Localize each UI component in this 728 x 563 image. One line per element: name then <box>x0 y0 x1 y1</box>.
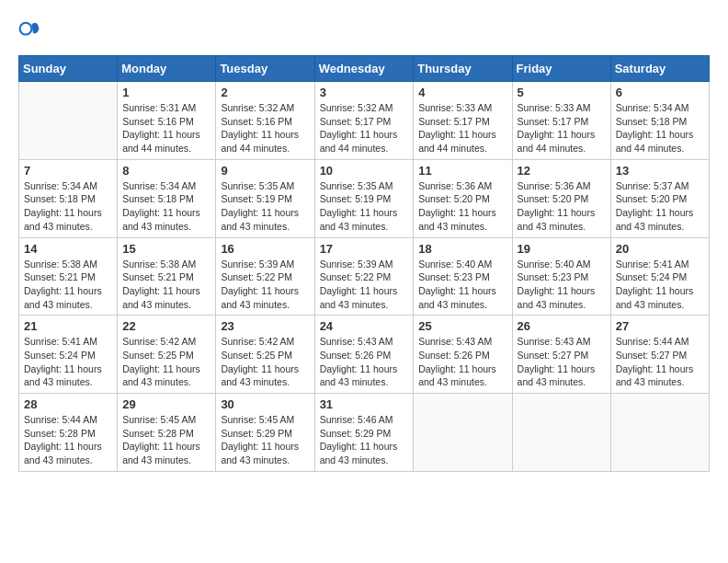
day-number: 10 <box>320 164 409 178</box>
calendar-day-cell <box>610 394 709 472</box>
calendar-week-row: 21Sunrise: 5:41 AMSunset: 5:24 PMDayligh… <box>19 316 710 394</box>
calendar-day-cell: 5Sunrise: 5:33 AMSunset: 5:17 PMDaylight… <box>512 82 610 160</box>
calendar-day-cell: 10Sunrise: 5:35 AMSunset: 5:19 PMDayligh… <box>314 159 414 237</box>
calendar-day-cell: 29Sunrise: 5:45 AMSunset: 5:28 PMDayligh… <box>118 394 216 472</box>
calendar-week-row: 14Sunrise: 5:38 AMSunset: 5:21 PMDayligh… <box>19 237 710 316</box>
day-info: Sunrise: 5:40 AMSunset: 5:23 PMDaylight:… <box>418 258 506 312</box>
day-number: 8 <box>122 164 210 178</box>
day-number: 2 <box>221 86 309 99</box>
calendar-header-tuesday: Tuesday <box>216 56 314 82</box>
day-number: 16 <box>221 242 309 256</box>
day-info: Sunrise: 5:40 AMSunset: 5:23 PMDaylight:… <box>518 258 606 312</box>
calendar-day-cell <box>19 82 118 160</box>
logo-icon <box>18 18 40 40</box>
calendar-day-cell: 2Sunrise: 5:32 AMSunset: 5:16 PMDaylight… <box>216 82 314 160</box>
calendar-header-row: SundayMondayTuesdayWednesdayThursdayFrid… <box>19 56 710 82</box>
calendar-header-monday: Monday <box>118 56 216 82</box>
calendar-day-cell: 24Sunrise: 5:43 AMSunset: 5:26 PMDayligh… <box>314 316 414 394</box>
calendar-day-cell: 26Sunrise: 5:43 AMSunset: 5:27 PMDayligh… <box>512 316 610 394</box>
day-info: Sunrise: 5:34 AMSunset: 5:18 PMDaylight:… <box>122 179 210 234</box>
calendar-week-row: 7Sunrise: 5:34 AMSunset: 5:18 PMDaylight… <box>19 159 710 237</box>
calendar-day-cell: 8Sunrise: 5:34 AMSunset: 5:18 PMDaylight… <box>118 159 216 237</box>
day-number: 28 <box>24 397 112 411</box>
day-number: 30 <box>221 397 309 411</box>
day-number: 17 <box>320 242 409 256</box>
day-number: 27 <box>616 319 704 333</box>
day-info: Sunrise: 5:44 AMSunset: 5:27 PMDaylight:… <box>616 335 704 389</box>
day-info: Sunrise: 5:32 AMSunset: 5:17 PMDaylight:… <box>320 101 409 155</box>
day-info: Sunrise: 5:42 AMSunset: 5:25 PMDaylight:… <box>221 335 309 389</box>
calendar-day-cell: 27Sunrise: 5:44 AMSunset: 5:27 PMDayligh… <box>610 316 709 394</box>
calendar-day-cell: 3Sunrise: 5:32 AMSunset: 5:17 PMDaylight… <box>314 82 414 160</box>
day-info: Sunrise: 5:45 AMSunset: 5:29 PMDaylight:… <box>221 413 309 467</box>
page-header <box>18 18 710 40</box>
day-info: Sunrise: 5:35 AMSunset: 5:19 PMDaylight:… <box>221 179 309 234</box>
day-number: 22 <box>122 319 210 333</box>
day-number: 12 <box>518 164 606 178</box>
day-number: 7 <box>24 164 112 178</box>
day-number: 15 <box>122 242 210 256</box>
calendar-day-cell: 19Sunrise: 5:40 AMSunset: 5:23 PMDayligh… <box>512 237 610 316</box>
day-number: 1 <box>122 86 210 99</box>
day-info: Sunrise: 5:36 AMSunset: 5:20 PMDaylight:… <box>518 179 606 234</box>
calendar-day-cell: 14Sunrise: 5:38 AMSunset: 5:21 PMDayligh… <box>19 237 118 316</box>
calendar-header-sunday: Sunday <box>19 56 118 82</box>
day-info: Sunrise: 5:35 AMSunset: 5:19 PMDaylight:… <box>320 179 409 234</box>
calendar-week-row: 28Sunrise: 5:44 AMSunset: 5:28 PMDayligh… <box>19 394 710 472</box>
day-info: Sunrise: 5:33 AMSunset: 5:17 PMDaylight:… <box>518 101 606 155</box>
day-number: 5 <box>518 86 606 99</box>
logo <box>18 18 44 40</box>
day-info: Sunrise: 5:36 AMSunset: 5:20 PMDaylight:… <box>418 179 506 234</box>
day-info: Sunrise: 5:31 AMSunset: 5:16 PMDaylight:… <box>122 101 210 155</box>
day-info: Sunrise: 5:43 AMSunset: 5:27 PMDaylight:… <box>518 335 606 389</box>
day-number: 19 <box>518 242 606 256</box>
calendar-day-cell: 31Sunrise: 5:46 AMSunset: 5:29 PMDayligh… <box>314 394 414 472</box>
day-number: 21 <box>24 319 112 333</box>
day-number: 14 <box>24 242 112 256</box>
day-info: Sunrise: 5:45 AMSunset: 5:28 PMDaylight:… <box>122 413 210 467</box>
day-info: Sunrise: 5:37 AMSunset: 5:20 PMDaylight:… <box>616 179 704 234</box>
calendar-day-cell: 18Sunrise: 5:40 AMSunset: 5:23 PMDayligh… <box>414 237 512 316</box>
day-info: Sunrise: 5:44 AMSunset: 5:28 PMDaylight:… <box>24 413 112 467</box>
calendar-day-cell <box>414 394 512 472</box>
calendar-header-friday: Friday <box>512 56 610 82</box>
calendar-day-cell: 16Sunrise: 5:39 AMSunset: 5:22 PMDayligh… <box>216 237 314 316</box>
day-number: 4 <box>418 86 506 99</box>
day-info: Sunrise: 5:39 AMSunset: 5:22 PMDaylight:… <box>221 258 309 312</box>
day-number: 9 <box>221 164 309 178</box>
calendar-table: SundayMondayTuesdayWednesdayThursdayFrid… <box>18 55 710 472</box>
day-number: 29 <box>122 397 210 411</box>
calendar-day-cell: 22Sunrise: 5:42 AMSunset: 5:25 PMDayligh… <box>118 316 216 394</box>
day-info: Sunrise: 5:32 AMSunset: 5:16 PMDaylight:… <box>221 101 309 155</box>
day-number: 6 <box>616 86 704 99</box>
day-info: Sunrise: 5:34 AMSunset: 5:18 PMDaylight:… <box>616 101 704 155</box>
day-number: 26 <box>518 319 606 333</box>
calendar-day-cell: 20Sunrise: 5:41 AMSunset: 5:24 PMDayligh… <box>610 237 709 316</box>
calendar-day-cell: 11Sunrise: 5:36 AMSunset: 5:20 PMDayligh… <box>414 159 512 237</box>
day-info: Sunrise: 5:42 AMSunset: 5:25 PMDaylight:… <box>122 335 210 389</box>
day-number: 20 <box>616 242 704 256</box>
day-number: 18 <box>418 242 506 256</box>
calendar-day-cell: 1Sunrise: 5:31 AMSunset: 5:16 PMDaylight… <box>118 82 216 160</box>
day-number: 24 <box>320 319 409 333</box>
day-info: Sunrise: 5:41 AMSunset: 5:24 PMDaylight:… <box>616 258 704 312</box>
day-info: Sunrise: 5:43 AMSunset: 5:26 PMDaylight:… <box>320 335 409 389</box>
day-info: Sunrise: 5:33 AMSunset: 5:17 PMDaylight:… <box>418 101 506 155</box>
calendar-day-cell <box>512 394 610 472</box>
day-info: Sunrise: 5:38 AMSunset: 5:21 PMDaylight:… <box>24 258 112 312</box>
calendar-day-cell: 23Sunrise: 5:42 AMSunset: 5:25 PMDayligh… <box>216 316 314 394</box>
calendar-header-thursday: Thursday <box>414 56 512 82</box>
calendar-day-cell: 28Sunrise: 5:44 AMSunset: 5:28 PMDayligh… <box>19 394 118 472</box>
svg-point-0 <box>20 23 32 35</box>
day-info: Sunrise: 5:46 AMSunset: 5:29 PMDaylight:… <box>320 413 409 467</box>
calendar-day-cell: 17Sunrise: 5:39 AMSunset: 5:22 PMDayligh… <box>314 237 414 316</box>
day-number: 25 <box>418 319 506 333</box>
day-number: 31 <box>320 397 409 411</box>
calendar-day-cell: 7Sunrise: 5:34 AMSunset: 5:18 PMDaylight… <box>19 159 118 237</box>
day-info: Sunrise: 5:34 AMSunset: 5:18 PMDaylight:… <box>24 179 112 234</box>
day-number: 11 <box>418 164 506 178</box>
day-info: Sunrise: 5:41 AMSunset: 5:24 PMDaylight:… <box>24 335 112 389</box>
calendar-day-cell: 9Sunrise: 5:35 AMSunset: 5:19 PMDaylight… <box>216 159 314 237</box>
calendar-header-saturday: Saturday <box>610 56 709 82</box>
calendar-day-cell: 21Sunrise: 5:41 AMSunset: 5:24 PMDayligh… <box>19 316 118 394</box>
